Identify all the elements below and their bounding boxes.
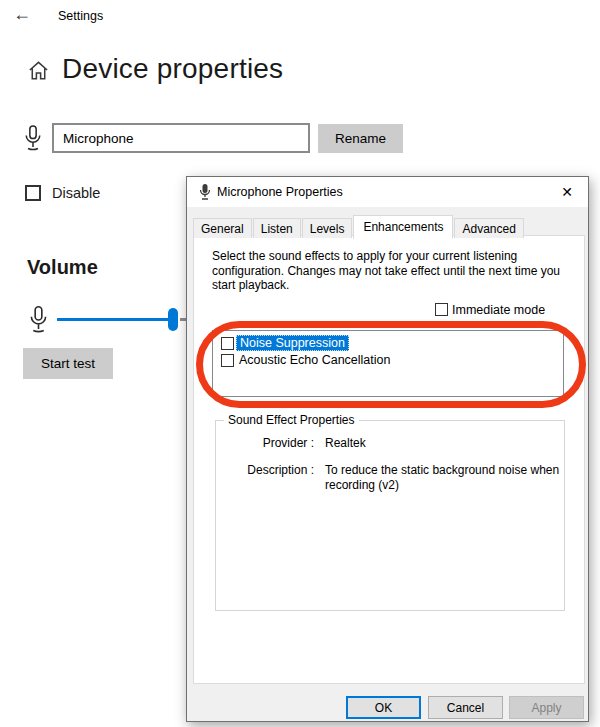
tab-listen[interactable]: Listen — [253, 218, 301, 238]
dialog-microphone-icon — [198, 183, 212, 201]
microphone-icon — [24, 124, 42, 154]
provider-value: Realtek — [325, 436, 366, 450]
app-title: Settings — [58, 9, 103, 23]
acoustic-echo-cancellation-checkbox[interactable] — [221, 354, 234, 367]
noise-suppression-label[interactable]: Noise Suppression — [236, 335, 349, 351]
disable-label[interactable]: Disable — [52, 185, 100, 201]
microphone-properties-dialog: Microphone Properties ✕ General Listen L… — [186, 176, 589, 722]
enhancements-description: Select the sound effects to apply for yo… — [212, 249, 580, 293]
cancel-button[interactable]: Cancel — [428, 696, 503, 719]
dialog-title: Microphone Properties — [217, 185, 343, 199]
apply-button[interactable]: Apply — [509, 696, 584, 719]
back-button[interactable]: ← — [13, 4, 31, 25]
ok-button[interactable]: OK — [346, 696, 421, 719]
acoustic-echo-cancellation-label[interactable]: Acoustic Echo Cancellation — [239, 353, 390, 367]
dialog-titlebar[interactable]: Microphone Properties ✕ — [187, 177, 588, 207]
description-label: Description : — [216, 463, 314, 477]
tab-general[interactable]: General — [193, 218, 252, 238]
start-test-button[interactable]: Start test — [23, 348, 113, 379]
page-title: Device properties — [62, 53, 283, 85]
description-value: To reduce the static background noise wh… — [325, 463, 573, 493]
dialog-tab-strip: General Listen Levels Enhancements Advan… — [193, 214, 525, 238]
home-icon — [27, 59, 50, 82]
immediate-mode-checkbox[interactable] — [435, 303, 448, 316]
disable-checkbox[interactable] — [25, 185, 41, 201]
tab-levels[interactable]: Levels — [302, 218, 353, 238]
sound-effects-listbox[interactable]: Noise Suppression Acoustic Echo Cancella… — [212, 330, 564, 397]
tab-advanced[interactable]: Advanced — [454, 218, 523, 238]
noise-suppression-checkbox[interactable] — [221, 337, 234, 350]
device-name-input[interactable] — [52, 123, 310, 153]
enhancements-tab-page: Select the sound effects to apply for yo… — [193, 235, 585, 684]
volume-slider-track-filled[interactable] — [57, 318, 169, 321]
volume-microphone-icon — [29, 305, 48, 336]
immediate-mode-label[interactable]: Immediate mode — [452, 303, 545, 317]
rename-button[interactable]: Rename — [318, 124, 403, 153]
group-title: Sound Effect Properties — [224, 413, 359, 427]
volume-heading: Volume — [27, 256, 98, 279]
sound-effect-properties-group: Sound Effect Properties Provider : Realt… — [215, 420, 565, 611]
provider-label: Provider : — [216, 436, 314, 450]
close-icon[interactable]: ✕ — [556, 182, 578, 202]
volume-slider-thumb[interactable] — [168, 308, 178, 331]
disable-row: Disable — [25, 185, 145, 205]
tab-enhancements[interactable]: Enhancements — [353, 215, 453, 239]
